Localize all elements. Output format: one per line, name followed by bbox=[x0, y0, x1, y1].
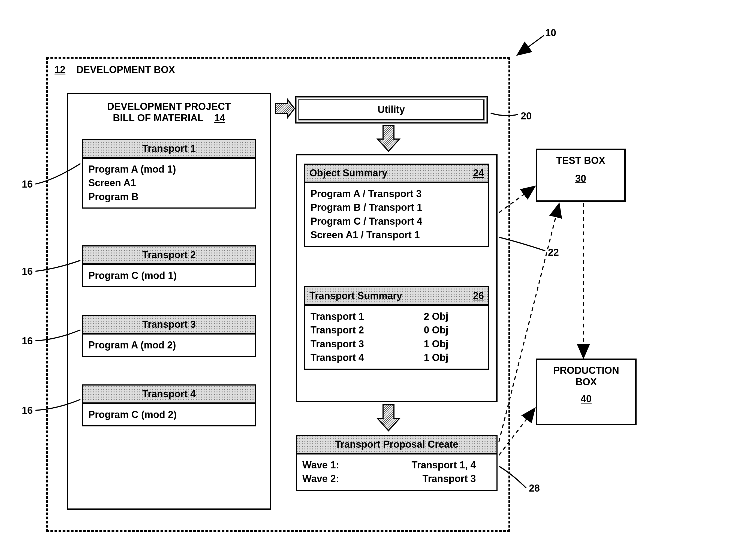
objsum-ref: 24 bbox=[473, 168, 484, 179]
os-2: Program C / Transport 4 bbox=[311, 215, 483, 228]
os-0: Program A / Transport 3 bbox=[311, 187, 483, 201]
devbox-title-text: DEVELOPMENT BOX bbox=[76, 64, 175, 75]
ref-16-b: 16 bbox=[22, 266, 33, 277]
utility-box: Utility bbox=[296, 97, 487, 122]
ts1c: 0 Obj bbox=[424, 323, 448, 337]
transport-summary-body: Transport 12 Obj Transport 20 Obj Transp… bbox=[305, 306, 488, 369]
transport-summary-header: Transport Summary 26 bbox=[305, 287, 488, 306]
transport-1-name: Transport 1 bbox=[142, 143, 196, 154]
transport-3-header: Transport 3 bbox=[83, 316, 255, 334]
proposal-card: Transport Proposal Create Wave 1:Transpo… bbox=[296, 435, 497, 491]
t1-item2: Program B bbox=[88, 190, 250, 204]
transport-4-card: Transport 4 Program C (mod 2) bbox=[82, 384, 256, 427]
transport-3-name: Transport 3 bbox=[142, 319, 196, 330]
t1-item0: Program A (mod 1) bbox=[88, 163, 250, 176]
ts2c: 1 Obj bbox=[424, 337, 448, 351]
objsum-title: Object Summary bbox=[309, 168, 387, 179]
transport-1-header: Transport 1 bbox=[83, 140, 255, 159]
transport-2-body: Program C (mod 1) bbox=[83, 265, 255, 286]
prodbox-title2: BOX bbox=[537, 376, 635, 388]
transport-4-name: Transport 4 bbox=[142, 388, 196, 400]
ts2n: Transport 3 bbox=[311, 337, 364, 351]
ref-16-d: 16 bbox=[22, 405, 33, 416]
object-summary-card: Object Summary 24 Program A / Transport … bbox=[304, 164, 489, 247]
ts0n: Transport 1 bbox=[311, 310, 364, 323]
transport-3-card: Transport 3 Program A (mod 2) bbox=[82, 315, 256, 357]
transport-4-header: Transport 4 bbox=[83, 385, 255, 404]
proposal-body: Wave 1:Transport 1, 4 Wave 2:Transport 3 bbox=[297, 455, 496, 490]
p1v: Transport 3 bbox=[423, 472, 476, 486]
p0v: Transport 1, 4 bbox=[412, 458, 476, 472]
ref-16-a: 16 bbox=[22, 179, 33, 190]
prodbox-ref: 40 bbox=[537, 393, 635, 404]
ref-utility: 20 bbox=[521, 110, 531, 122]
ref-summarybox: 22 bbox=[548, 247, 559, 258]
proposal-title: Transport Proposal Create bbox=[335, 439, 458, 450]
tsum-ref: 26 bbox=[473, 290, 484, 302]
testbox-title: TEST BOX bbox=[537, 155, 624, 166]
bom-title-line1: DEVELOPMENT PROJECT bbox=[84, 101, 254, 112]
proposal-header: Transport Proposal Create bbox=[297, 436, 496, 455]
t4-item0: Program C (mod 2) bbox=[88, 408, 250, 422]
object-summary-body: Program A / Transport 3 Program B / Tran… bbox=[305, 183, 488, 246]
test-box: TEST BOX 30 bbox=[536, 149, 626, 202]
tsum-title: Transport Summary bbox=[309, 290, 402, 302]
transport-4-body: Program C (mod 2) bbox=[83, 404, 255, 425]
transport-2-card: Transport 2 Program C (mod 1) bbox=[82, 245, 256, 287]
ts1n: Transport 2 bbox=[311, 323, 364, 337]
transport-2-header: Transport 2 bbox=[83, 247, 255, 265]
ref-16-c: 16 bbox=[22, 335, 33, 347]
production-box: PRODUCTION BOX 40 bbox=[536, 358, 637, 425]
testbox-ref: 30 bbox=[537, 173, 624, 184]
transport-2-name: Transport 2 bbox=[142, 249, 196, 261]
bom-title-line2: BILL OF MATERIAL bbox=[113, 112, 204, 123]
bom-ref: 14 bbox=[214, 112, 225, 123]
ts3n: Transport 4 bbox=[311, 351, 364, 364]
t2-item0: Program C (mod 1) bbox=[88, 269, 250, 282]
utility-label: Utility bbox=[378, 104, 405, 115]
os-1: Program B / Transport 1 bbox=[311, 201, 483, 214]
ts3c: 1 Obj bbox=[424, 351, 448, 364]
transport-summary-card: Transport Summary 26 Transport 12 Obj Tr… bbox=[304, 286, 489, 370]
t3-item0: Program A (mod 2) bbox=[88, 338, 250, 352]
prodbox-title1: PRODUCTION bbox=[537, 365, 635, 376]
transport-1-body: Program A (mod 1) Screen A1 Program B bbox=[83, 159, 255, 208]
transport-1-card: Transport 1 Program A (mod 1) Screen A1 … bbox=[82, 139, 256, 209]
object-summary-header: Object Summary 24 bbox=[305, 165, 488, 183]
t1-item1: Screen A1 bbox=[88, 176, 250, 190]
devbox-title: 12 DEVELOPMENT BOX bbox=[54, 64, 175, 75]
svg-line-0 bbox=[518, 35, 544, 54]
ref-system: 10 bbox=[545, 27, 556, 39]
transport-3-body: Program A (mod 2) bbox=[83, 334, 255, 356]
ts0c: 2 Obj bbox=[424, 310, 448, 323]
devbox-ref: 12 bbox=[54, 64, 65, 75]
p0w: Wave 1: bbox=[302, 458, 339, 472]
p1w: Wave 2: bbox=[302, 472, 339, 486]
os-3: Screen A1 / Transport 1 bbox=[311, 228, 483, 242]
ref-proposal: 28 bbox=[529, 483, 540, 494]
bom-title: DEVELOPMENT PROJECT BILL OF MATERIAL 14 bbox=[84, 101, 254, 124]
